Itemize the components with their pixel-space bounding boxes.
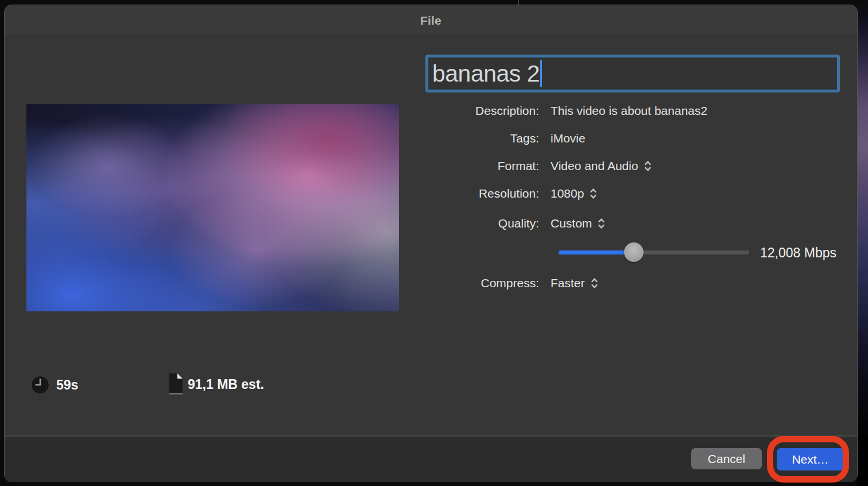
resolution-value: 1080p	[551, 187, 584, 200]
compress-popup[interactable]: Faster	[551, 276, 599, 290]
tags-field[interactable]: iMovie	[551, 132, 586, 145]
duration-info: 59s	[30, 375, 78, 395]
slider-fill	[559, 250, 634, 254]
form-row-description: Description: This video is about bananas…	[402, 102, 747, 119]
duration-value: 59s	[56, 377, 78, 393]
slider-thumb[interactable]	[624, 242, 644, 262]
form-row-compress: Compress: Faster	[402, 275, 747, 292]
export-dialog: File bananas 2 Description: This video i…	[4, 5, 858, 482]
filesize-value: 91,1 MB est.	[188, 377, 264, 392]
format-popup[interactable]: Video and Audio	[551, 159, 652, 173]
compress-value: Faster	[551, 276, 585, 290]
chevron-updown-icon	[597, 217, 606, 230]
background-separator	[518, 0, 519, 5]
title-input[interactable]: bananas 2	[425, 55, 840, 92]
filesize-info: 91,1 MB est.	[168, 373, 264, 396]
text-caret	[540, 60, 542, 87]
desktop-background-right	[857, 0, 868, 486]
format-value: Video and Audio	[551, 159, 638, 173]
quality-value: Custom	[551, 217, 592, 230]
compress-label: Compress:	[402, 276, 539, 290]
description-field[interactable]: This video is about bananas2	[551, 104, 707, 118]
cancel-button[interactable]: Cancel	[691, 448, 762, 469]
dialog-title: File	[420, 14, 441, 28]
form-row-tags: Tags: iMovie	[402, 130, 747, 147]
form-row-format: Format: Video and Audio	[402, 157, 747, 175]
form-row-resolution: Resolution: 1080p	[402, 185, 747, 202]
screen: File bananas 2 Description: This video i…	[0, 0, 868, 486]
desktop-background-top	[0, 0, 868, 5]
title-input-value: bananas 2	[432, 60, 540, 87]
dialog-titlebar: File	[5, 5, 857, 36]
video-preview-thumbnail	[26, 104, 399, 311]
description-label: Description:	[402, 104, 539, 118]
bitrate-slider[interactable]	[559, 250, 749, 254]
quality-label: Quality:	[402, 217, 539, 230]
tags-label: Tags:	[402, 132, 539, 145]
chevron-updown-icon	[644, 159, 652, 173]
clock-icon	[30, 375, 50, 395]
quality-popup[interactable]: Custom	[551, 217, 606, 230]
file-icon	[168, 373, 184, 396]
bitrate-value: 12,008 Mbps	[760, 244, 846, 262]
chevron-updown-icon	[590, 276, 599, 290]
form-row-quality: Quality: Custom	[402, 215, 747, 232]
format-label: Format:	[402, 159, 539, 173]
chevron-updown-icon	[589, 187, 598, 200]
next-button[interactable]: Next…	[777, 448, 844, 470]
resolution-label: Resolution:	[402, 187, 539, 200]
resolution-popup[interactable]: 1080p	[551, 187, 598, 200]
